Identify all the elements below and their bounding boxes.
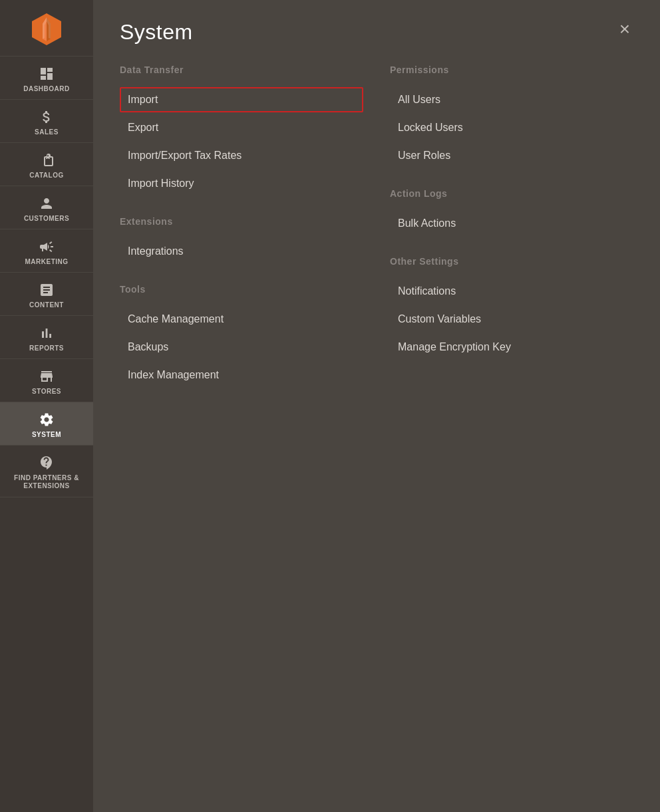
customers-icon	[39, 196, 55, 211]
sidebar-item-customers-label: CUSTOMERS	[24, 215, 69, 222]
sidebar-item-reports-label: REPORTS	[29, 344, 64, 352]
menu-grid: Data Transfer Import Export Import/Expor…	[120, 65, 633, 408]
sidebar: DASHBOARD SALES CATALOG CUSTOMERS MARKET…	[0, 0, 93, 812]
menu-item-import[interactable]: Import	[120, 87, 363, 112]
menu-item-all-users[interactable]: All Users	[390, 87, 633, 112]
menu-item-manage-encryption-key[interactable]: Manage Encryption Key	[390, 335, 633, 360]
main-content: System × Data Transfer Import Export Imp…	[93, 0, 660, 812]
right-column: Permissions All Users Locked Users User …	[390, 65, 633, 408]
section-tools: Tools Cache Management Backups Index Man…	[120, 284, 363, 388]
section-other-settings-header: Other Settings	[390, 256, 633, 267]
sidebar-item-system[interactable]: SYSTEM	[0, 402, 93, 446]
menu-item-custom-variables[interactable]: Custom Variables	[390, 307, 633, 332]
menu-item-user-roles[interactable]: User Roles	[390, 143, 633, 168]
menu-item-index-management[interactable]: Index Management	[120, 362, 363, 388]
section-other-settings: Other Settings Notifications Custom Vari…	[390, 256, 633, 360]
section-data-transfer: Data Transfer Import Export Import/Expor…	[120, 65, 363, 196]
catalog-icon	[39, 152, 55, 168]
system-icon	[39, 412, 55, 428]
partners-icon	[39, 455, 55, 471]
sidebar-item-customers[interactable]: CUSTOMERS	[0, 186, 93, 229]
sidebar-item-catalog-label: CATALOG	[29, 172, 63, 179]
menu-item-backups[interactable]: Backups	[120, 335, 363, 360]
section-permissions: Permissions All Users Locked Users User …	[390, 65, 633, 168]
marketing-icon	[39, 239, 55, 255]
section-permissions-header: Permissions	[390, 65, 633, 75]
menu-item-import-export-tax[interactable]: Import/Export Tax Rates	[120, 143, 363, 168]
section-tools-header: Tools	[120, 284, 363, 295]
menu-item-bulk-actions[interactable]: Bulk Actions	[390, 211, 633, 236]
reports-icon	[39, 325, 55, 341]
sidebar-item-sales[interactable]: SALES	[0, 100, 93, 143]
section-action-logs-header: Action Logs	[390, 188, 633, 199]
magento-logo	[29, 12, 64, 47]
sidebar-item-content-label: CONTENT	[29, 301, 64, 309]
section-action-logs: Action Logs Bulk Actions	[390, 188, 633, 236]
sidebar-item-marketing-label: MARKETING	[25, 258, 68, 265]
sidebar-item-partners[interactable]: FIND PARTNERS & EXTENSIONS	[0, 446, 93, 497]
sidebar-item-sales-label: SALES	[35, 128, 59, 136]
sidebar-item-content[interactable]: CONTENT	[0, 273, 93, 316]
sidebar-item-stores[interactable]: STORES	[0, 359, 93, 402]
sidebar-item-reports[interactable]: REPORTS	[0, 316, 93, 359]
menu-item-notifications[interactable]: Notifications	[390, 279, 633, 304]
sidebar-item-marketing[interactable]: MARKETING	[0, 229, 93, 273]
section-data-transfer-header: Data Transfer	[120, 65, 363, 75]
logo-area	[0, 0, 93, 57]
stores-icon	[39, 368, 55, 384]
menu-item-integrations[interactable]: Integrations	[120, 239, 363, 264]
sidebar-item-stores-label: STORES	[32, 388, 61, 395]
menu-item-import-history[interactable]: Import History	[120, 171, 363, 196]
content-icon	[39, 282, 55, 298]
menu-item-locked-users[interactable]: Locked Users	[390, 115, 633, 140]
dashboard-icon	[39, 66, 55, 82]
page-title: System	[120, 20, 193, 45]
menu-item-cache-management[interactable]: Cache Management	[120, 307, 363, 332]
sidebar-item-dashboard-label: DASHBOARD	[23, 85, 70, 92]
menu-item-export[interactable]: Export	[120, 115, 363, 140]
section-extensions: Extensions Integrations	[120, 216, 363, 264]
sidebar-item-partners-label: FIND PARTNERS & EXTENSIONS	[0, 474, 93, 490]
sidebar-item-system-label: SYSTEM	[32, 431, 61, 438]
section-extensions-header: Extensions	[120, 216, 363, 227]
sales-icon	[39, 109, 55, 125]
sidebar-item-dashboard[interactable]: DASHBOARD	[0, 57, 93, 100]
page-header: System ×	[120, 20, 633, 45]
left-column: Data Transfer Import Export Import/Expor…	[120, 65, 363, 408]
close-button[interactable]: ×	[616, 20, 633, 39]
sidebar-item-catalog[interactable]: CATALOG	[0, 143, 93, 186]
